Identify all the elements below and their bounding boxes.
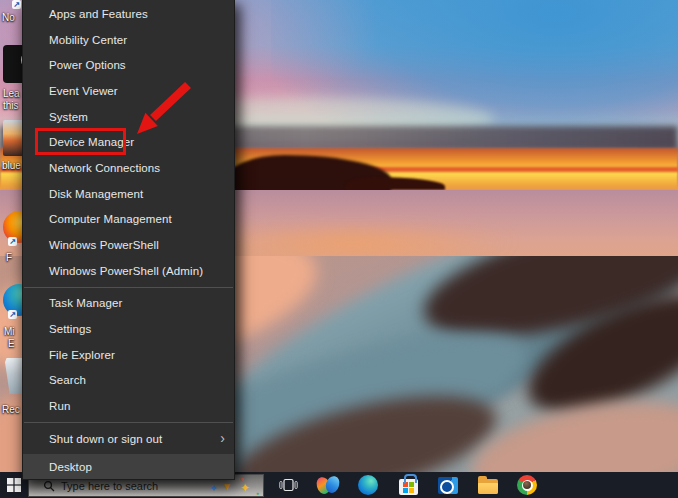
wallpaper-dark-rocks <box>413 256 678 361</box>
menu-item-label: Event Viewer <box>49 85 118 97</box>
wallpaper-rocks-silhouette <box>345 177 445 190</box>
desktop-icon-label: No <box>2 12 15 23</box>
menu-item-power-options[interactable]: Power Options <box>23 52 234 78</box>
file-explorer-icon <box>478 479 498 494</box>
wallpaper-sun-reflection <box>190 224 515 260</box>
menu-item-label: Device Manager <box>49 136 134 148</box>
menu-item-label: Windows PowerShell <box>49 239 159 251</box>
app-tile-icon <box>3 45 23 83</box>
desktop-icon-label: Lea <box>3 88 20 99</box>
menu-item-label: Apps and Features <box>49 8 148 20</box>
desktop-icon-label: Rec <box>2 404 20 415</box>
desktop-icon-label: E <box>8 338 15 349</box>
menu-divider <box>24 422 233 423</box>
menu-item-network-connections[interactable]: Network Connections <box>23 155 234 181</box>
menu-divider <box>24 287 233 288</box>
search-placeholder: Type here to search <box>61 480 158 492</box>
taskbar-file-explorer-button[interactable] <box>474 472 502 498</box>
menu-item-label: Network Connections <box>49 162 160 174</box>
menu-item-task-manager[interactable]: Task Manager <box>23 291 234 317</box>
menu-item-event-viewer[interactable]: Event Viewer <box>23 78 234 104</box>
menu-item-label: Mobility Center <box>49 34 127 46</box>
taskbar-outlook-button[interactable] <box>434 472 462 498</box>
menu-item-label: Shut down or sign out <box>49 433 162 445</box>
shortcut-arrow-icon: ↗ <box>8 310 17 319</box>
desktop-icon-firefox[interactable]: ↗ <box>3 211 23 243</box>
menu-item-label: Desktop <box>49 461 92 473</box>
wallpaper-water-stream <box>174 256 678 472</box>
menu-item-desktop[interactable]: Desktop <box>23 454 234 480</box>
desktop-icon-label: Mi <box>4 326 15 337</box>
menu-item-label: System <box>49 111 88 123</box>
taskbar-copilot-button[interactable] <box>314 472 342 498</box>
menu-item-shut-down-or-sign-out[interactable]: Shut down or sign out› <box>23 426 234 452</box>
wallpaper-sand-bank <box>464 385 678 472</box>
menu-item-windows-powershell[interactable]: Windows PowerShell <box>23 232 234 258</box>
wallpaper-blue-sky <box>271 0 678 160</box>
menu-item-label: Run <box>49 400 70 412</box>
copilot-icon <box>317 476 339 495</box>
shortcut-arrow-icon: ↗ <box>8 237 17 246</box>
menu-item-system[interactable]: System <box>23 104 234 130</box>
taskbar-chrome-button[interactable] <box>513 472 541 498</box>
outlook-icon <box>438 477 458 494</box>
image-thumbnail-icon <box>3 120 23 156</box>
windows-logo-icon <box>7 478 21 492</box>
desktop-icon-image-file[interactable] <box>3 120 23 156</box>
submenu-chevron-icon: › <box>220 430 225 446</box>
taskbar-store-button[interactable] <box>394 472 422 498</box>
desktop-icon-label: blue <box>2 160 21 171</box>
shortcut-arrow-icon: ↗ <box>12 0 21 9</box>
desktop: ↗ No Lea this blue ↗ F ↗ Mi E Rec <box>0 0 678 498</box>
menu-item-label: Search <box>49 374 86 386</box>
menu-item-search[interactable]: Search <box>23 368 234 394</box>
desktop-icon-recycle-bin[interactable] <box>5 358 23 394</box>
menu-item-run[interactable]: Run <box>23 393 234 419</box>
menu-item-label: Power Options <box>49 59 126 71</box>
wallpaper-dark-rocks <box>512 271 678 437</box>
wallpaper-sand-bank <box>426 256 633 326</box>
recycle-bin-icon <box>5 358 23 394</box>
wallpaper-headland-silhouette <box>226 155 391 193</box>
winx-menu: Apps and FeaturesMobility CenterPower Op… <box>22 0 235 480</box>
desktop-icon-label: F <box>6 252 12 263</box>
taskbar-edge-button[interactable] <box>354 472 382 498</box>
menu-item-label: File Explorer <box>49 349 115 361</box>
menu-item-mobility-center[interactable]: Mobility Center <box>23 27 234 53</box>
chrome-icon <box>517 475 537 495</box>
menu-item-file-explorer[interactable]: File Explorer <box>23 342 234 368</box>
menu-item-device-manager[interactable]: Device Manager <box>23 129 234 155</box>
task-view-button[interactable] <box>274 472 302 498</box>
search-icon <box>43 480 55 492</box>
desktop-icon-label: this <box>3 100 19 111</box>
menu-item-apps-and-features[interactable]: Apps and Features <box>23 1 234 27</box>
menu-item-label: Windows PowerShell (Admin) <box>49 265 203 277</box>
desktop-icon-app-tile[interactable] <box>3 45 23 83</box>
menu-item-label: Settings <box>49 323 91 335</box>
menu-item-computer-management[interactable]: Computer Management <box>23 207 234 233</box>
menu-item-disk-management[interactable]: Disk Management <box>23 181 234 207</box>
task-view-icon <box>279 477 298 493</box>
menu-item-label: Disk Management <box>49 188 143 200</box>
wallpaper-dark-rocks <box>224 375 507 472</box>
menu-item-windows-powershell-admin[interactable]: Windows PowerShell (Admin) <box>23 258 234 284</box>
menu-item-label: Computer Management <box>49 213 172 225</box>
desktop-icon-column: ↗ No Lea this blue ↗ F ↗ Mi E Rec <box>0 0 23 472</box>
desktop-icon-edge[interactable]: ↗ <box>3 284 23 316</box>
menu-item-settings[interactable]: Settings <box>23 316 234 342</box>
microsoft-store-icon <box>399 479 418 495</box>
menu-item-label: Task Manager <box>49 297 122 309</box>
microsoft-edge-icon <box>358 475 378 495</box>
